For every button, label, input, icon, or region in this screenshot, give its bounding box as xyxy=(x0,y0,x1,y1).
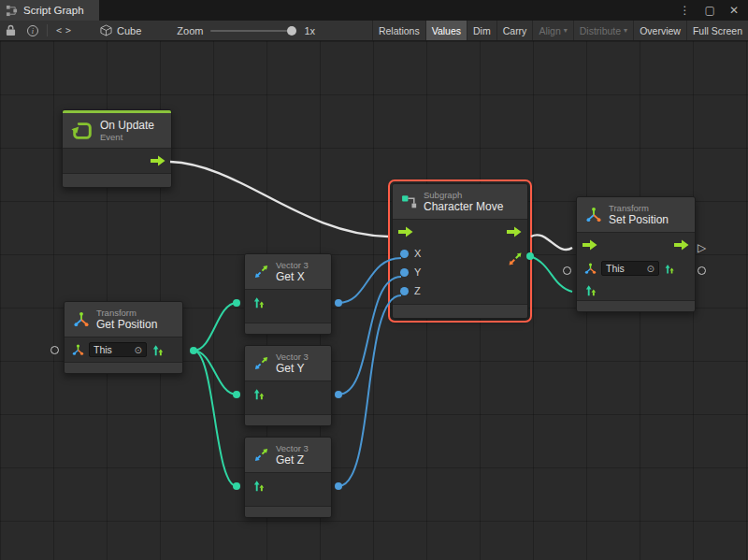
node-get-z[interactable]: Vector 3 Get Z xyxy=(244,437,332,518)
node-footer xyxy=(393,304,527,318)
node-category: Transform xyxy=(96,308,157,318)
get-y-input-port[interactable] xyxy=(233,391,240,398)
node-footer xyxy=(245,414,331,425)
node-footer xyxy=(577,300,695,311)
maximize-icon[interactable]: ▢ xyxy=(705,4,715,17)
vector-value-icon xyxy=(252,479,266,493)
flow-in-port[interactable] xyxy=(583,239,597,251)
close-icon[interactable]: ✕ xyxy=(729,4,739,17)
flow-out-port[interactable] xyxy=(507,226,522,237)
wire-getposition-to-gety xyxy=(194,351,237,395)
relations-button[interactable]: Relations xyxy=(372,21,425,40)
lock-icon[interactable] xyxy=(0,21,22,40)
vector-value-icon xyxy=(664,263,676,275)
node-title: Get X xyxy=(276,270,309,283)
info-icon[interactable]: i xyxy=(22,21,44,40)
node-footer xyxy=(65,362,182,373)
vector-value-icon xyxy=(151,343,165,357)
toolbar-buttons: Relations Values Dim Carry Align ▾ Distr… xyxy=(372,21,748,40)
zoom-control: Zoom 1x xyxy=(177,25,315,36)
node-on-update[interactable]: On Update Event xyxy=(62,109,172,188)
wire-charactermove-to-setposition xyxy=(531,235,572,250)
wire-getz-to-z xyxy=(338,295,401,486)
get-y-output-port[interactable] xyxy=(335,391,342,398)
chevron-down-icon: ▾ xyxy=(624,26,627,35)
target-object-field[interactable]: This ⊙ xyxy=(89,342,147,357)
node-category: Vector 3 xyxy=(276,443,309,453)
flow-out-port[interactable] xyxy=(674,239,689,251)
zoom-label: Zoom xyxy=(177,25,203,36)
set-position-target-port[interactable] xyxy=(563,266,571,275)
subgraph-icon xyxy=(401,194,417,209)
vector3-icon xyxy=(253,447,269,463)
target-object-field[interactable]: This ⊙ xyxy=(601,261,659,276)
port-label-y: Y xyxy=(414,266,421,278)
node-get-x[interactable]: Vector 3 Get X xyxy=(244,253,332,335)
node-title: Character Move xyxy=(424,200,503,213)
vector3-icon xyxy=(253,355,269,371)
node-category: Vector 3 xyxy=(276,352,309,362)
object-picker-icon[interactable]: ⊙ xyxy=(135,345,142,355)
overview-button[interactable]: Overview xyxy=(633,21,686,40)
node-get-y[interactable]: Vector 3 Get Y xyxy=(244,345,332,426)
object-picker-icon[interactable]: ⊙ xyxy=(647,264,654,274)
zoom-slider[interactable] xyxy=(210,30,296,32)
node-character-move[interactable]: Subgraph Character Move xyxy=(392,183,528,319)
offscreen-flow-port[interactable]: ▷ xyxy=(698,242,706,253)
vector-out-icon[interactable] xyxy=(508,251,523,266)
get-x-input-port[interactable] xyxy=(233,299,240,307)
graph-target-label: Cube xyxy=(117,25,141,36)
input-port-x[interactable] xyxy=(400,250,409,258)
get-x-output-port[interactable] xyxy=(335,299,342,307)
distribute-button[interactable]: Distribute ▾ xyxy=(573,21,633,40)
get-position-output-port[interactable] xyxy=(190,347,197,354)
tab-script-graph[interactable]: Script Graph xyxy=(0,0,99,21)
fullscreen-button[interactable]: Full Screen xyxy=(686,21,748,40)
node-get-position[interactable]: Transform Get Position xyxy=(64,301,183,374)
graph-canvas[interactable]: On Update Event xyxy=(0,41,748,560)
carry-button[interactable]: Carry xyxy=(496,21,533,40)
node-footer xyxy=(245,506,331,517)
node-title: Get Position xyxy=(96,318,157,331)
graph-toolbar: i < > Cube Zoom 1x Relations Values Dim … xyxy=(0,21,748,41)
vector-value-icon xyxy=(252,295,266,309)
wire-getposition-to-getx xyxy=(194,303,237,351)
wire-getposition-to-getz xyxy=(194,351,237,486)
align-button[interactable]: Align ▾ xyxy=(532,21,572,40)
cube-icon xyxy=(100,24,112,36)
position-value-icon[interactable] xyxy=(584,283,598,297)
get-z-output-port[interactable] xyxy=(335,482,342,490)
node-subtitle: Event xyxy=(100,132,154,142)
get-z-input-port[interactable] xyxy=(233,482,240,490)
graph-target[interactable]: Cube xyxy=(100,24,141,36)
script-graph-icon xyxy=(6,5,18,17)
flow-out-port[interactable] xyxy=(151,155,165,166)
offscreen-value-port[interactable] xyxy=(698,266,706,275)
node-set-position[interactable]: Transform Set Position xyxy=(576,196,696,312)
get-position-target-port[interactable] xyxy=(50,346,59,354)
node-title: Get Z xyxy=(276,453,309,467)
dim-button[interactable]: Dim xyxy=(467,21,496,40)
tab-title: Script Graph xyxy=(23,5,84,16)
transform-icon xyxy=(73,311,90,328)
wire-onupdate-to-charactermove xyxy=(170,162,388,237)
code-preview-icon[interactable]: < > xyxy=(50,21,76,40)
node-footer xyxy=(245,323,331,334)
input-port-y[interactable] xyxy=(400,268,409,277)
transform-mini-icon xyxy=(72,344,84,356)
chevron-down-icon: ▾ xyxy=(564,26,568,35)
update-loop-icon xyxy=(71,120,94,142)
zoom-value: 1x xyxy=(304,25,315,36)
vector-value-icon xyxy=(252,387,266,401)
vector3-icon xyxy=(253,264,269,280)
node-title: Set Position xyxy=(609,213,669,226)
zoom-slider-handle[interactable] xyxy=(287,26,296,36)
tab-bar: Script Graph ⋮ ▢ ✕ xyxy=(0,0,748,21)
kebab-menu-icon[interactable]: ⋮ xyxy=(680,4,691,17)
node-category: Vector 3 xyxy=(276,260,309,270)
toolbar-separator xyxy=(47,24,48,36)
input-port-z[interactable] xyxy=(400,287,409,295)
values-button[interactable]: Values xyxy=(425,21,467,40)
flow-in-port[interactable] xyxy=(398,226,413,237)
node-category: Subgraph xyxy=(424,190,503,200)
